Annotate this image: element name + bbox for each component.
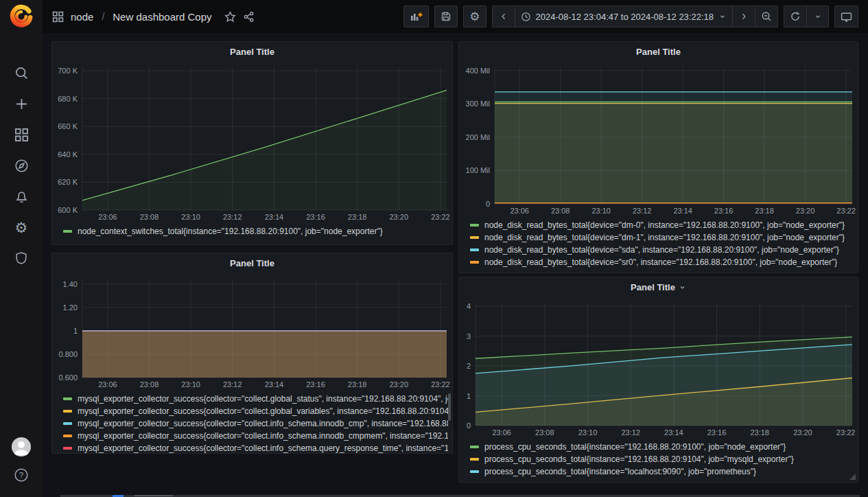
svg-text:1.20: 1.20 [63,303,78,312]
sidebar-item-server-admin[interactable] [13,250,30,266]
legend-item[interactable]: mysql_exporter_collector_success{collect… [63,405,448,417]
sidebar-item-configuration[interactable]: ⚙ [13,219,30,235]
timeseries-chart[interactable]: 400 Mil300 Mil200 Mil100 Mil023:0623:082… [459,61,858,218]
svg-text:23:16: 23:16 [306,213,325,221]
svg-text:640 K: 640 K [58,150,78,159]
panel-title[interactable]: Panel Title [52,253,452,273]
sidebar-item-alerting[interactable] [13,188,30,205]
svg-text:?: ? [19,470,24,479]
panel-resize-handle[interactable] [849,474,856,480]
panel-mysql-collector-success: Panel Title 1.401.2010.8000.60023:0623:0… [51,253,453,454]
gear-icon: ⚙ [469,11,480,23]
svg-text:23:12: 23:12 [223,213,242,221]
sidebar-item-dashboards[interactable] [13,126,30,143]
svg-text:23:20: 23:20 [793,428,812,437]
breadcrumb-section[interactable]: node [71,11,93,23]
legend-item[interactable]: mysql_exporter_collector_success{collect… [63,430,448,442]
zoom-out-button[interactable] [755,5,778,27]
dashboard-grid-icon[interactable] [52,11,64,23]
svg-text:23:08: 23:08 [140,213,159,221]
refresh-interval-dropdown[interactable] [806,5,829,27]
refresh-button[interactable] [784,5,806,27]
svg-text:300 Mil: 300 Mil [466,100,490,108]
star-icon[interactable] [224,11,236,23]
legend-item[interactable]: node_context_switches_total{instance="19… [63,225,448,238]
legend-label: node_disk_read_bytes_total{device="dm-1"… [484,233,845,242]
legend-item[interactable]: mysql_exporter_collector_success{collect… [63,417,448,430]
svg-text:23:18: 23:18 [348,213,367,221]
legend-swatch [63,422,72,425]
legend-item[interactable]: node_disk_read_bytes_total{device="dm-1"… [470,231,854,244]
time-shift-back-button[interactable] [492,5,515,27]
legend-label: node_disk_read_bytes_total{device="sr0",… [484,257,837,267]
time-range-picker[interactable]: 2024-08-12 23:04:47 to 2024-08-12 23:22:… [515,5,733,27]
panel-node-disk-read-bytes: Panel Title 400 Mil300 Mil200 Mil100 Mil… [458,41,858,273]
legend-swatch [63,230,72,233]
panel-title[interactable]: Panel Title [459,42,858,61]
svg-text:23:16: 23:16 [714,207,734,215]
sidebar-item-explore[interactable] [13,157,30,174]
save-dashboard-button[interactable] [434,5,458,27]
add-panel-button[interactable] [403,5,429,27]
legend-item[interactable]: mysql_exporter_collector_success{collect… [63,393,448,405]
svg-text:23:22: 23:22 [431,213,450,221]
panel-title-row[interactable]: Panel Title [459,277,858,297]
svg-text:23:10: 23:10 [181,380,200,389]
svg-text:23:14: 23:14 [265,213,284,221]
svg-text:23:20: 23:20 [796,207,815,215]
panel-process-cpu-seconds: Panel Title 4321023:0623:0823:1023:1223:… [458,277,858,483]
timeseries-chart[interactable]: 700 K680 K660 K640 K620 K600 K23:0623:08… [52,61,452,224]
svg-text:23:12: 23:12 [223,380,242,389]
svg-text:700 K: 700 K [58,67,78,75]
dashboard-canvas: Panel Title 700 K680 K660 K640 K620 K600… [43,33,868,497]
legend-swatch [470,248,479,251]
legend-item[interactable]: mysql_exporter_collector_success{collect… [63,442,448,453]
timeseries-chart[interactable]: 1.401.2010.8000.60023:0623:0823:1023:122… [52,273,452,391]
svg-text:23:20: 23:20 [390,380,409,389]
legend-item[interactable]: node_disk_read_bytes_total{device="dm-0"… [470,219,854,231]
legend-swatch [470,261,479,264]
legend-swatch [470,236,479,239]
svg-text:23:14: 23:14 [265,380,284,389]
legend-label: node_disk_read_bytes_total{device="dm-0"… [484,220,845,230]
svg-text:23:10: 23:10 [591,207,611,215]
legend-swatch [63,397,72,400]
svg-text:4: 4 [467,302,471,310]
share-icon[interactable] [243,11,255,23]
legend-label: process_cpu_seconds_total{instance="192.… [484,442,786,452]
legend-scrollbar[interactable] [448,393,451,421]
legend-item[interactable]: node_disk_read_bytes_total{device="sr0",… [470,256,854,268]
legend-swatch [470,458,479,461]
dashboard-title[interactable]: New dashboard Copy [113,11,211,23]
sidebar-item-create[interactable] [13,95,30,112]
panel-title[interactable]: Panel Title [52,42,452,61]
timeseries-chart[interactable]: 4321023:0623:0823:1023:1223:1423:1623:18… [459,297,858,439]
legend-label: mysql_exporter_collector_success{collect… [78,406,448,416]
grafana-logo[interactable] [8,3,35,30]
top-header: node / New dashboard Copy [0,0,868,33]
svg-text:620 K: 620 K [58,178,78,186]
plus-accent-icon [419,13,423,17]
svg-text:1: 1 [467,392,471,400]
svg-text:23:18: 23:18 [750,428,769,437]
svg-text:400 Mil: 400 Mil [466,67,490,75]
legend-item[interactable]: process_cpu_seconds_total{instance="192.… [470,441,854,453]
svg-text:23:18: 23:18 [755,207,774,215]
legend-swatch [470,446,479,448]
svg-text:1: 1 [73,327,78,335]
legend-item[interactable]: node_disk_read_bytes_total{device="sda",… [470,244,854,256]
time-shift-forward-button[interactable] [732,5,755,27]
svg-text:680 K: 680 K [58,95,78,103]
left-sidebar: ⚙ ? [0,0,43,497]
svg-text:23:12: 23:12 [633,207,652,215]
legend-item[interactable]: process_cpu_seconds_total{instance="192.… [470,453,854,465]
legend-label: mysql_exporter_collector_success{collect… [78,419,448,428]
sidebar-item-search[interactable] [13,65,30,81]
user-avatar[interactable] [11,437,32,457]
breadcrumb-separator: / [100,11,106,22]
cycle-view-mode-button[interactable] [834,5,858,27]
gear-icon: ⚙ [15,220,28,235]
legend-item[interactable]: process_cpu_seconds_total{instance="loca… [470,465,854,478]
sidebar-item-help[interactable]: ? [13,467,30,483]
dashboard-settings-button[interactable]: ⚙ [463,5,486,27]
